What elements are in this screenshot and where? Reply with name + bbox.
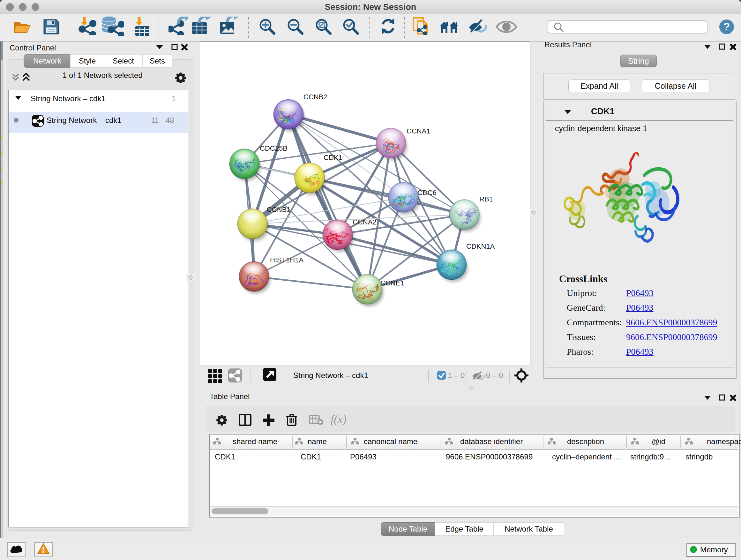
svg-text:CCNB2: CCNB2	[304, 93, 327, 101]
svg-text:?: ?	[724, 20, 730, 33]
svg-text:CDC25B: CDC25B	[260, 144, 287, 152]
svg-text:CCNA2: CCNA2	[353, 218, 377, 226]
svg-text:HIST1H1A: HIST1H1A	[270, 256, 304, 264]
svg-text:CDC6: CDC6	[417, 189, 436, 197]
svg-text:CCNE1: CCNE1	[381, 279, 404, 287]
svg-text:CDK1: CDK1	[324, 153, 342, 162]
svg-text:RB1: RB1	[479, 195, 493, 203]
svg-text:CCNA1: CCNA1	[407, 127, 430, 135]
svg-text:CDKN1A: CDKN1A	[466, 242, 495, 250]
svg-text:CCNB1: CCNB1	[267, 206, 291, 213]
